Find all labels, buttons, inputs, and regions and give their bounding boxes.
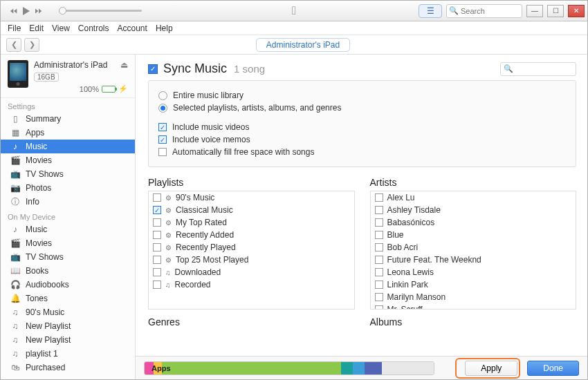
artist-checkbox[interactable] bbox=[375, 281, 383, 289]
playlist-row[interactable]: ⚙Recently Added bbox=[149, 229, 354, 241]
sidebar-item-90-s-music[interactable]: ♫90's Music bbox=[1, 305, 135, 319]
sidebar-item-books[interactable]: 📖Books bbox=[1, 264, 135, 278]
artist-row[interactable]: Babasónicos bbox=[371, 216, 576, 229]
sidebar-item-tv-shows[interactable]: 📺TV Shows bbox=[1, 167, 135, 181]
window-minimize-button[interactable]: — bbox=[526, 5, 543, 17]
playlist-checkbox[interactable] bbox=[153, 243, 161, 251]
playback-controls bbox=[1, 8, 142, 15]
sync-options-box: Entire music library Selected playlists,… bbox=[148, 80, 576, 167]
sidebar-item-music[interactable]: ♪Music bbox=[1, 140, 135, 153]
playlist-row[interactable]: ⚙Recently Played bbox=[149, 241, 354, 254]
play-button[interactable] bbox=[23, 8, 30, 15]
artist-row[interactable]: Ashley Tisdale bbox=[371, 204, 576, 216]
storage-chip: 16GB bbox=[34, 73, 59, 82]
content-search-input[interactable] bbox=[500, 62, 576, 76]
playlist-label: Downloaded bbox=[175, 267, 221, 277]
artist-checkbox[interactable] bbox=[375, 218, 383, 227]
sync-music-title: Sync Music bbox=[163, 61, 227, 76]
artist-checkbox[interactable] bbox=[375, 193, 383, 202]
sidebar-device-block[interactable]: Administrator's iPad ⏏ 16GB 100% ⚡ bbox=[1, 55, 135, 98]
artist-row[interactable]: Blue bbox=[371, 229, 576, 241]
radio-selected-playlists[interactable] bbox=[158, 104, 167, 113]
artist-row[interactable]: Future Feat. The Weeknd bbox=[371, 254, 576, 266]
artists-title: Artists bbox=[370, 177, 577, 188]
global-search-input[interactable] bbox=[446, 4, 522, 18]
sidebar-item-music[interactable]: ♪Music bbox=[1, 222, 135, 236]
menu-account[interactable]: Account bbox=[118, 23, 147, 33]
menu-view[interactable]: View bbox=[52, 23, 70, 33]
sidebar-item-info[interactable]: ⓘInfo bbox=[1, 195, 135, 209]
window-maximize-button[interactable]: ☐ bbox=[547, 5, 564, 17]
eject-icon[interactable]: ⏏ bbox=[120, 60, 128, 70]
artist-row[interactable]: Leona Lewis bbox=[371, 266, 576, 278]
sidebar-item-label: Books bbox=[26, 266, 48, 276]
playlist-checkbox[interactable] bbox=[153, 256, 161, 264]
playlist-checkbox[interactable] bbox=[153, 193, 161, 202]
artist-checkbox[interactable] bbox=[375, 243, 383, 251]
sidebar-item-movies[interactable]: 🎬Movies bbox=[1, 153, 135, 167]
sidebar-item-audiobooks[interactable]: 🎧Audiobooks bbox=[1, 278, 135, 292]
artist-checkbox[interactable] bbox=[375, 305, 383, 310]
sidebar-item-label: TV Shows bbox=[26, 252, 64, 262]
menu-file[interactable]: File bbox=[8, 23, 21, 33]
playlists-listbox[interactable]: ⚙90's Music✓⚙Classical Music⚙My Top Rate… bbox=[148, 191, 355, 310]
audio-icon: 🎧 bbox=[10, 280, 20, 289]
apply-button[interactable]: Apply bbox=[465, 361, 517, 376]
menu-edit[interactable]: Edit bbox=[29, 23, 44, 33]
volume-slider[interactable] bbox=[59, 10, 142, 12]
radio-entire-library[interactable] bbox=[158, 91, 167, 100]
artist-row[interactable]: Bob Acri bbox=[371, 241, 576, 254]
menu-controls[interactable]: Controls bbox=[78, 23, 109, 33]
capacity-segment bbox=[162, 362, 341, 374]
sidebar-item-apps[interactable]: ▦Apps bbox=[1, 126, 135, 140]
menu-help[interactable]: Help bbox=[156, 23, 173, 33]
capacity-segment bbox=[382, 362, 434, 374]
playlist-checkbox[interactable] bbox=[153, 268, 161, 276]
checkbox-autofill[interactable] bbox=[158, 148, 167, 156]
playlist-row[interactable]: ✓⚙Classical Music bbox=[149, 204, 354, 216]
checkbox-include-videos[interactable]: ✓ bbox=[158, 123, 167, 131]
playlist-row[interactable]: ♫Downloaded bbox=[149, 266, 354, 278]
sidebar-item-label: New Playlist bbox=[26, 335, 71, 345]
playlist-checkbox[interactable]: ✓ bbox=[153, 206, 161, 214]
playlist-row[interactable]: ⚙90's Music bbox=[149, 191, 354, 204]
playlist-checkbox[interactable] bbox=[153, 281, 161, 289]
sidebar-item-tones[interactable]: 🔔Tones bbox=[1, 292, 135, 305]
window-close-button[interactable]: ✕ bbox=[568, 5, 585, 17]
playlist-row[interactable]: ⚙My Top Rated bbox=[149, 216, 354, 229]
sidebar-item-purchased[interactable]: 🛍Purchased bbox=[1, 361, 135, 374]
playlist-checkbox[interactable] bbox=[153, 231, 161, 239]
sidebar-item-summary[interactable]: ▯Summary bbox=[1, 112, 135, 126]
next-track-button[interactable] bbox=[35, 8, 42, 15]
forward-button[interactable]: ❯ bbox=[24, 38, 39, 52]
artist-checkbox[interactable] bbox=[375, 206, 383, 214]
artist-checkbox[interactable] bbox=[375, 293, 383, 301]
artist-checkbox[interactable] bbox=[375, 256, 383, 264]
done-button[interactable]: Done bbox=[527, 361, 579, 376]
playlist-row[interactable]: ♫Recorded bbox=[149, 278, 354, 291]
artist-row[interactable]: Alex Lu bbox=[371, 191, 576, 204]
artist-row[interactable]: Mr. Scruff bbox=[371, 303, 576, 310]
checkbox-include-memos-label: Include voice memos bbox=[172, 135, 250, 144]
sidebar-item-new-playlist[interactable]: ♫New Playlist bbox=[1, 333, 135, 347]
artist-row[interactable]: Linkin Park bbox=[371, 278, 576, 291]
sidebar-item-movies[interactable]: 🎬Movies bbox=[1, 236, 135, 250]
artist-row[interactable]: Marilyn Manson bbox=[371, 291, 576, 303]
sidebar-item-photos[interactable]: 📷Photos bbox=[1, 181, 135, 195]
artist-checkbox[interactable] bbox=[375, 268, 383, 276]
artist-checkbox[interactable] bbox=[375, 231, 383, 239]
sync-music-checkbox[interactable]: ✓ bbox=[148, 64, 158, 74]
back-button[interactable]: ❮ bbox=[6, 38, 21, 52]
sidebar-item-new-playlist[interactable]: ♫New Playlist bbox=[1, 319, 135, 333]
sidebar-item-playlist-1[interactable]: ♫playlist 1 bbox=[1, 347, 135, 361]
checkbox-include-memos[interactable]: ✓ bbox=[158, 135, 167, 144]
playlist-checkbox[interactable] bbox=[153, 218, 161, 227]
prev-track-button[interactable] bbox=[10, 8, 17, 15]
view-toggle-button[interactable]: ☰ bbox=[419, 4, 442, 18]
artists-listbox[interactable]: Alex LuAshley TisdaleBabasónicosBlueBob … bbox=[370, 191, 577, 310]
smart-playlist-icon: ⚙ bbox=[165, 194, 172, 202]
apple-logo-icon:  bbox=[292, 4, 296, 18]
device-pill[interactable]: Administrator's iPad bbox=[256, 38, 350, 52]
sidebar-item-tv-shows[interactable]: 📺TV Shows bbox=[1, 250, 135, 264]
playlist-row[interactable]: ⚙Top 25 Most Played bbox=[149, 254, 354, 266]
